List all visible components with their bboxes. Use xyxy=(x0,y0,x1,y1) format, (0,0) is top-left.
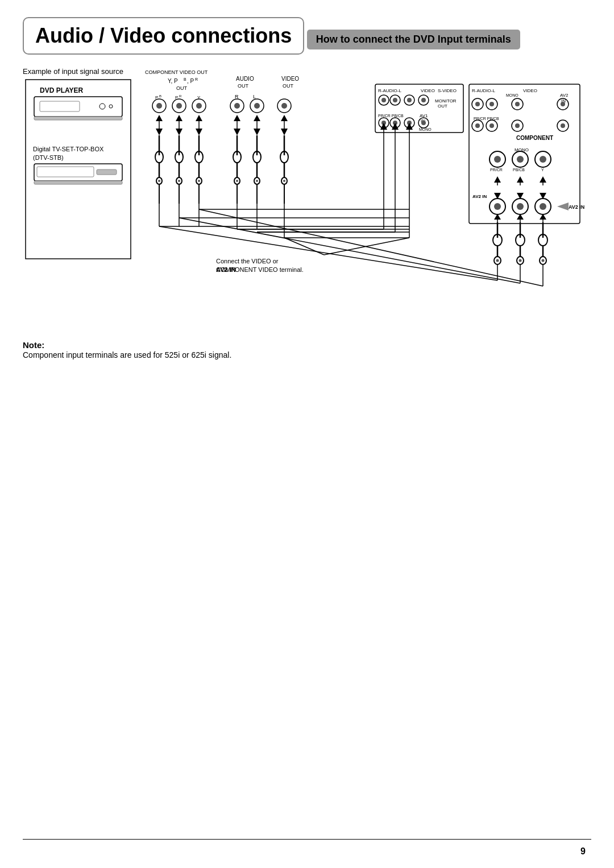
svg-marker-65 xyxy=(234,115,240,121)
svg-text:MONO: MONO xyxy=(419,127,432,131)
svg-marker-70 xyxy=(254,129,260,135)
svg-line-212 xyxy=(159,226,497,280)
svg-marker-172 xyxy=(494,176,501,183)
svg-marker-30 xyxy=(156,115,163,121)
svg-point-75 xyxy=(236,180,238,182)
svg-marker-190 xyxy=(517,214,524,220)
svg-point-4 xyxy=(99,104,105,109)
svg-point-164 xyxy=(494,156,501,163)
svg-point-24 xyxy=(176,103,182,109)
svg-text:Digital TV-SET-TOP-BOX: Digital TV-SET-TOP-BOX xyxy=(33,146,104,152)
section-header: How to connect the DVD Input terminals xyxy=(307,30,520,49)
svg-text:R-AUDIO-L: R-AUDIO-L xyxy=(472,88,495,93)
svg-rect-12 xyxy=(34,181,122,184)
svg-point-81 xyxy=(256,180,258,182)
svg-point-119 xyxy=(393,98,397,102)
svg-text:B: B xyxy=(184,77,186,81)
svg-point-5 xyxy=(109,105,113,108)
svg-marker-33 xyxy=(176,115,182,121)
svg-point-20 xyxy=(156,103,162,109)
svg-point-147 xyxy=(489,102,494,106)
svg-text:COMPONENT VIDEO terminal.: COMPONENT VIDEO terminal. xyxy=(216,266,304,273)
svg-point-208 xyxy=(542,259,545,262)
svg-point-28 xyxy=(196,103,202,109)
svg-text:VIDEO: VIDEO xyxy=(523,88,537,93)
svg-line-110 xyxy=(284,238,324,255)
note-text: Component input terminals are used for 5… xyxy=(23,350,591,359)
svg-point-49 xyxy=(178,180,180,182)
svg-rect-6 xyxy=(34,117,122,120)
svg-text:VIDEO: VIDEO xyxy=(421,88,435,93)
svg-marker-187 xyxy=(540,193,546,199)
page-container: Audio / Video connections How to connect… xyxy=(0,0,614,868)
svg-text:MONITOR: MONITOR xyxy=(435,98,457,104)
svg-text:B: B xyxy=(159,94,161,98)
svg-marker-38 xyxy=(196,129,202,135)
svg-text:PR/CR: PR/CR xyxy=(490,168,503,172)
svg-marker-224 xyxy=(557,202,569,210)
svg-point-182 xyxy=(517,203,524,210)
svg-point-203 xyxy=(519,259,522,262)
svg-point-151 xyxy=(561,102,565,106)
svg-marker-32 xyxy=(156,129,163,135)
svg-text:COMPONENT: COMPONENT xyxy=(516,135,553,141)
svg-marker-223 xyxy=(406,123,413,130)
page-title: Audio / Video connections xyxy=(35,24,292,48)
svg-text:AV2 IN: AV2 IN xyxy=(472,194,487,199)
diagram-area: Example of input signal source DVD PLAYE… xyxy=(23,67,591,329)
svg-line-213 xyxy=(179,218,520,283)
note-section: Note: Component input terminals are used… xyxy=(23,340,591,359)
svg-marker-185 xyxy=(494,193,501,199)
svg-marker-174 xyxy=(517,176,524,183)
svg-text:S-VIDEO: S-VIDEO xyxy=(438,88,457,93)
svg-point-43 xyxy=(158,180,160,182)
svg-text:P: P xyxy=(155,95,158,100)
svg-point-55 xyxy=(198,180,200,182)
svg-point-168 xyxy=(540,156,546,163)
svg-text:VIDEO: VIDEO xyxy=(281,76,299,82)
svg-point-121 xyxy=(407,98,412,102)
svg-text:Y: Y xyxy=(197,95,201,100)
svg-point-117 xyxy=(381,98,386,102)
svg-text:OUT: OUT xyxy=(238,83,249,89)
svg-marker-35 xyxy=(176,129,182,135)
svg-marker-192 xyxy=(540,214,546,220)
svg-point-184 xyxy=(540,203,546,210)
svg-marker-220 xyxy=(392,123,399,130)
svg-text:Connect the VIDEO or: Connect the VIDEO or xyxy=(216,258,279,264)
svg-text:, P: , P xyxy=(187,78,194,84)
svg-marker-188 xyxy=(494,214,501,220)
svg-text:(DTV-STB): (DTV-STB) xyxy=(33,154,64,161)
svg-marker-89 xyxy=(281,129,288,135)
svg-text:OUT: OUT xyxy=(283,83,294,89)
svg-point-166 xyxy=(517,156,524,163)
svg-marker-36 xyxy=(196,115,202,121)
svg-point-154 xyxy=(475,123,480,128)
svg-point-136 xyxy=(421,121,426,125)
svg-point-160 xyxy=(561,123,565,128)
svg-rect-3 xyxy=(40,101,80,111)
svg-marker-68 xyxy=(254,115,260,121)
svg-line-214 xyxy=(199,209,543,286)
svg-text:AV2 IN: AV2 IN xyxy=(569,204,584,210)
svg-rect-11 xyxy=(97,170,117,175)
page-number: 9 xyxy=(580,846,586,857)
svg-text:MONO: MONO xyxy=(506,93,518,97)
svg-point-198 xyxy=(496,259,499,262)
svg-marker-67 xyxy=(234,129,240,135)
svg-point-149 xyxy=(515,102,520,106)
svg-text:PB/CB: PB/CB xyxy=(513,168,525,172)
svg-text:AUDIO: AUDIO xyxy=(236,76,254,82)
svg-text:OUT: OUT xyxy=(176,85,188,91)
bottom-divider xyxy=(23,839,591,840)
svg-marker-217 xyxy=(380,123,387,130)
svg-point-123 xyxy=(421,98,426,102)
svg-point-86 xyxy=(281,103,287,109)
svg-text:Y: Y xyxy=(541,168,544,172)
svg-rect-10 xyxy=(37,167,94,177)
svg-text:L: L xyxy=(253,94,256,100)
svg-text:OUT: OUT xyxy=(438,104,447,109)
svg-marker-176 xyxy=(540,176,546,183)
svg-text:DVD PLAYER: DVD PLAYER xyxy=(40,86,84,94)
svg-text:R: R xyxy=(179,94,182,98)
